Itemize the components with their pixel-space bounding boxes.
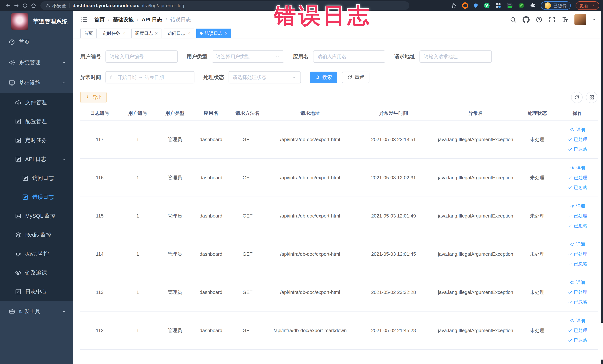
search-icon[interactable]	[510, 16, 517, 23]
sidebar-item-label: 访问日志	[32, 175, 54, 182]
sidebar-item-5[interactable]: 定时任务	[0, 131, 73, 150]
detail-link[interactable]: 详细	[558, 280, 597, 285]
hamburger-icon[interactable]	[80, 16, 88, 23]
sidebar-item-6[interactable]: API 日志	[0, 150, 73, 169]
sidebar-item-9[interactable]: MySQL 监控	[0, 207, 73, 225]
mark-ignored-link[interactable]: 已忽略	[558, 185, 597, 190]
extension-leaf-icon[interactable]	[518, 2, 525, 9]
search-button-label: 搜索	[322, 74, 332, 81]
mark-ignored-link[interactable]: 已忽略	[558, 300, 597, 305]
tab-close-icon[interactable]: ×	[123, 31, 125, 36]
mark-ignored-link[interactable]: 已忽略	[558, 262, 597, 266]
github-icon[interactable]	[522, 16, 530, 23]
extension-v-icon[interactable]	[483, 2, 490, 9]
address-bar[interactable]: 不安全 dashboard.yudao.iocoder.cn /infra/lo…	[40, 1, 409, 10]
breadcrumb-item-0[interactable]: 首页	[94, 16, 105, 23]
sidebar-item-12[interactable]: 链路追踪	[0, 263, 73, 282]
mark-processed-link[interactable]: 已处理	[558, 290, 597, 295]
browser-home-icon[interactable]	[29, 1, 38, 10]
mark-ignored-link[interactable]: 已忽略	[558, 147, 597, 152]
request-url-input[interactable]	[419, 50, 492, 63]
tab-close-icon[interactable]: ×	[225, 31, 228, 36]
font-size-icon[interactable]	[561, 16, 568, 23]
search-icon	[315, 75, 320, 80]
browser-update-button[interactable]: 更新	[576, 1, 599, 10]
breadcrumb-item-1[interactable]: 基础设施	[113, 16, 134, 23]
page-scrollbar-thumb[interactable]	[601, 11, 603, 323]
help-icon[interactable]	[535, 16, 543, 23]
breadcrumb: 首页/基础设施/API 日志/错误日志	[94, 16, 191, 23]
search-button[interactable]: 搜索	[310, 71, 337, 83]
tab-0[interactable]: 首页	[80, 29, 97, 38]
mark-processed-link[interactable]: 已处理	[558, 328, 597, 333]
detail-link[interactable]: 详细	[558, 318, 597, 323]
filter-row-2: 异常时间 开始日期 ~ 结束日期 处理状态 请选择处理状态	[80, 71, 600, 83]
process-status-select[interactable]: 请选择处理状态	[229, 71, 301, 83]
detail-link[interactable]: 详细	[558, 127, 597, 132]
user-avatar[interactable]	[574, 14, 586, 25]
sidebar-item-0[interactable]: 首页	[0, 32, 73, 52]
extensions-puzzle-icon[interactable]	[529, 2, 536, 9]
sidebar-item-1[interactable]: 系统管理	[0, 52, 73, 73]
extension-grid-icon[interactable]	[495, 2, 502, 9]
app-logo-row[interactable]: 芋道管理系统	[0, 11, 73, 32]
export-button-label: 导出	[93, 94, 102, 101]
eye-icon	[570, 165, 575, 170]
page-header: 首页/基础设施/API 日志/错误日志	[73, 11, 603, 28]
tab-3[interactable]: 访问日志 ×	[164, 29, 194, 38]
tab-close-icon[interactable]: ×	[155, 31, 158, 36]
mark-ignored-link[interactable]: 已忽略	[558, 223, 597, 228]
bookmark-star-icon[interactable]	[451, 2, 457, 9]
tab-4[interactable]: 错误日志 ×	[196, 29, 231, 38]
extension-on-badge-icon[interactable]	[506, 2, 513, 9]
export-button[interactable]: 导出	[80, 92, 107, 103]
mark-processed-link[interactable]: 已处理	[558, 137, 597, 142]
mark-ignored-link[interactable]: 已忽略	[558, 338, 597, 343]
mark-processed-link[interactable]: 已处理	[558, 176, 597, 180]
extension-shield-icon[interactable]	[473, 2, 479, 9]
sidebar-item-14[interactable]: 研发工具	[0, 301, 73, 322]
cell-url: /api/infra/db-doc/export-html	[267, 273, 354, 311]
tab-close-icon[interactable]: ×	[187, 31, 190, 36]
sidebar-item-8[interactable]: 错误日志	[0, 188, 73, 207]
mysql-icon	[15, 213, 22, 219]
sidebar-item-13[interactable]: 日志中心	[0, 282, 73, 301]
breadcrumb-separator: /	[165, 17, 167, 23]
sidebar-item-11[interactable]: Java 监控	[0, 244, 73, 263]
check-icon	[568, 328, 572, 333]
sidebar-item-2[interactable]: 基础设施	[0, 73, 73, 93]
paused-extension-badge[interactable]: 已暂停	[541, 1, 571, 10]
refresh-table-button[interactable]	[571, 92, 583, 103]
fullscreen-icon[interactable]	[548, 16, 556, 23]
browser-back-icon[interactable]	[4, 1, 12, 10]
browser-menu-dots-icon[interactable]	[591, 3, 596, 8]
sidebar-item-3[interactable]: 文件管理	[0, 93, 73, 112]
error-time-range-picker[interactable]: 开始日期 ~ 结束日期	[105, 71, 195, 83]
mark-processed-link[interactable]: 已处理	[558, 252, 597, 257]
ignored-link-label: 已忽略	[574, 300, 587, 304]
tab-1[interactable]: 定时任务 ×	[99, 29, 129, 38]
sidebar-item-4[interactable]: 配置管理	[0, 112, 73, 131]
browser-forward-icon[interactable]	[12, 1, 21, 10]
avatar-caret-icon[interactable]	[592, 17, 597, 22]
app-name-input[interactable]	[313, 50, 385, 63]
user-id-input[interactable]	[105, 50, 178, 63]
breadcrumb-item-2[interactable]: API 日志	[142, 16, 162, 23]
extension-orange-icon[interactable]	[462, 2, 468, 9]
detail-link[interactable]: 详细	[558, 242, 597, 247]
mark-processed-link[interactable]: 已处理	[558, 214, 597, 218]
browser-reload-icon[interactable]	[21, 1, 29, 10]
cell-time: 2021-05-02 23:32:28	[354, 273, 433, 311]
eye-icon	[570, 204, 575, 208]
sidebar-item-10[interactable]: Redis 监控	[0, 225, 73, 244]
header-actions	[510, 14, 597, 25]
column-settings-button[interactable]	[586, 92, 597, 103]
sidebar-item-7[interactable]: 访问日志	[0, 169, 73, 188]
reset-button[interactable]: 重置	[342, 71, 370, 83]
user-type-select[interactable]: 请选择用户类型	[212, 50, 284, 63]
breadcrumb-item-3: 错误日志	[170, 16, 191, 23]
detail-link[interactable]: 详细	[558, 204, 597, 208]
detail-link[interactable]: 详细	[558, 165, 597, 170]
tab-2[interactable]: 调度日志 ×	[131, 29, 162, 38]
ignored-link-label: 已忽略	[574, 185, 587, 190]
